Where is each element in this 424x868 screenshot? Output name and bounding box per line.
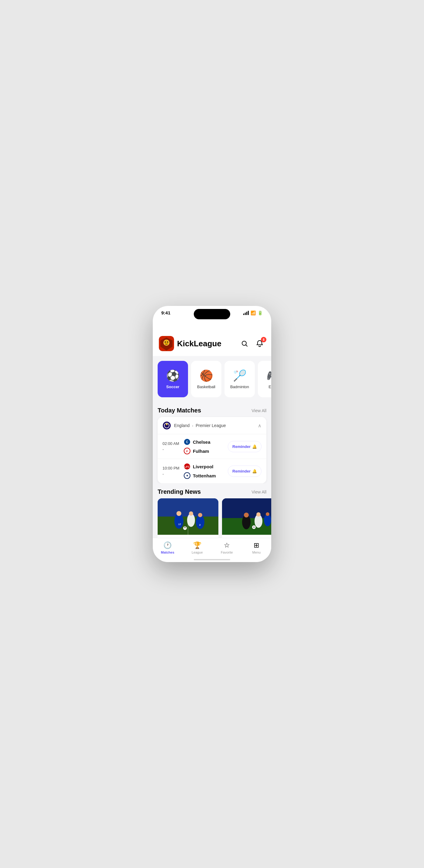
app-title: KickLeague — [177, 339, 236, 348]
league-header[interactable]: England › Premier League ∧ — [158, 417, 266, 434]
match-time-1: 02:00 AM - — [163, 441, 184, 453]
status-time: 9:41 — [161, 310, 170, 315]
menu-nav-icon: ⊞ — [254, 541, 259, 549]
reminder-button-1[interactable]: Reminder 🔔 — [228, 441, 261, 452]
reminder-label-1: Reminder — [232, 444, 251, 449]
reminder-label-2: Reminder — [232, 469, 251, 473]
team-chelsea-name: Chelsea — [193, 439, 210, 445]
sport-card-soccer[interactable]: ⚽ Soccer — [158, 361, 188, 397]
app-logo — [159, 336, 174, 351]
svg-text:✦: ✦ — [186, 474, 189, 477]
logo-svg — [159, 336, 174, 351]
news-image-1: 17 2 — [158, 498, 218, 535]
soccer-icon: ⚽ — [166, 369, 180, 382]
match-time-2: 10:00 PM - — [163, 465, 184, 477]
search-icon — [241, 340, 248, 347]
chelsea-logo: C — [184, 439, 191, 445]
today-matches-title: Today Matches — [158, 407, 201, 414]
svg-text:F: F — [186, 450, 188, 453]
svg-point-37 — [256, 512, 261, 517]
premier-league-logo — [163, 421, 171, 430]
league-nav-label: League — [192, 551, 203, 554]
sport-card-badminton[interactable]: 🏸 Badminton — [224, 361, 255, 397]
sport-card-esports[interactable]: 🎮 Espo — [258, 361, 271, 397]
team-fulham-name: Fulham — [193, 448, 209, 454]
svg-point-41 — [253, 526, 255, 528]
status-icons: 📶 🔋 — [243, 310, 263, 315]
badminton-label: Badminton — [230, 384, 249, 389]
favorite-nav-label: Favorite — [221, 551, 233, 554]
matches-card: England › Premier League ∧ 02:00 AM - — [158, 417, 266, 484]
basketball-icon: 🏀 — [200, 369, 213, 382]
bell-reminder-icon-2: 🔔 — [252, 469, 257, 473]
today-matches-view-all[interactable]: View All — [252, 408, 266, 413]
phone-frame: 9:41 📶 🔋 — [153, 306, 271, 562]
svg-point-29 — [198, 513, 202, 517]
league-nav-icon: 🏆 — [193, 541, 201, 549]
wifi-icon: 📶 — [251, 310, 256, 315]
matches-nav-label: Matches — [161, 551, 174, 554]
team-chelsea: C Chelsea — [184, 439, 228, 445]
svg-text:LFC: LFC — [185, 465, 190, 468]
svg-point-11 — [166, 423, 168, 425]
nav-item-favorite[interactable]: ☆ Favorite — [212, 541, 242, 554]
trending-news-title: Trending News — [158, 488, 201, 495]
svg-point-35 — [244, 513, 249, 518]
favorite-nav-icon: ☆ — [224, 541, 230, 549]
dynamic-island — [194, 309, 230, 319]
match-row-liverpool-tottenham: 10:00 PM - LFC Liverpool — [158, 459, 266, 484]
team-fulham: F Fulham — [184, 448, 228, 454]
svg-text:2: 2 — [199, 524, 201, 526]
bottom-nav: 🕐 Matches 🏆 League ☆ Favorite ⊞ Menu — [153, 538, 271, 562]
search-button[interactable] — [239, 338, 250, 349]
scroll-content[interactable]: 9:41 📶 🔋 — [153, 306, 271, 562]
team-tottenham: ✦ Tottenham — [184, 472, 228, 479]
badminton-icon: 🏸 — [233, 369, 247, 382]
news-image-2 — [222, 498, 271, 535]
svg-point-24 — [176, 511, 181, 516]
news-img-svg-2 — [222, 498, 271, 535]
trending-news-view-all[interactable]: View All — [252, 490, 266, 494]
match-row-chelsea-fulham: 02:00 AM - C Chelsea — [158, 434, 266, 459]
sports-categories[interactable]: ⚽ Soccer 🏀 Basketball 🏸 Badminton 🎮 Espo — [153, 356, 271, 402]
phone-screen: 9:41 📶 🔋 — [153, 306, 271, 562]
app-header: KickLeague 8 — [153, 318, 271, 356]
nav-item-matches[interactable]: 🕐 Matches — [153, 541, 182, 554]
team-tottenham-name: Tottenham — [193, 473, 216, 478]
team-liverpool-name: Liverpool — [193, 464, 214, 469]
chevron-up-icon[interactable]: ∧ — [258, 423, 261, 429]
battery-icon: 🔋 — [258, 310, 263, 315]
soccer-label: Soccer — [166, 384, 179, 389]
header-icons: 8 — [239, 338, 265, 349]
menu-nav-label: Menu — [252, 551, 261, 554]
team-liverpool: LFC Liverpool — [184, 463, 228, 470]
svg-point-4 — [165, 341, 166, 343]
svg-point-5 — [167, 341, 168, 343]
svg-point-39 — [266, 512, 270, 516]
basketball-label: Basketball — [197, 384, 215, 389]
matches-nav-icon: 🕐 — [163, 541, 172, 549]
tottenham-logo: ✦ — [184, 472, 191, 479]
fulham-logo: F — [184, 448, 191, 454]
svg-point-27 — [189, 512, 193, 516]
league-breadcrumb: England › Premier League — [174, 423, 258, 428]
svg-line-7 — [246, 345, 248, 347]
nav-item-menu[interactable]: ⊞ Menu — [242, 541, 272, 554]
sport-card-basketball[interactable]: 🏀 Basketball — [191, 361, 221, 397]
match-teams-2: LFC Liverpool ✦ Tottenham — [184, 463, 228, 479]
notification-badge: 8 — [261, 337, 266, 342]
match-teams-1: C Chelsea F Fulham — [184, 439, 228, 454]
esports-label: Espo — [268, 384, 271, 389]
trending-news-header: Trending News View All — [153, 484, 271, 498]
esports-icon: 🎮 — [266, 369, 272, 382]
reminder-button-2[interactable]: Reminder 🔔 — [228, 466, 261, 477]
liverpool-logo: LFC — [184, 463, 191, 470]
nav-item-league[interactable]: 🏆 League — [182, 541, 212, 554]
home-indicator — [194, 559, 230, 560]
news-img-svg-1: 17 2 — [158, 498, 218, 535]
bell-reminder-icon-1: 🔔 — [252, 444, 257, 449]
svg-text:C: C — [186, 440, 188, 444]
signal-bars-icon — [243, 311, 249, 315]
today-matches-header: Today Matches View All — [153, 402, 271, 417]
notification-button[interactable]: 8 — [254, 338, 265, 349]
